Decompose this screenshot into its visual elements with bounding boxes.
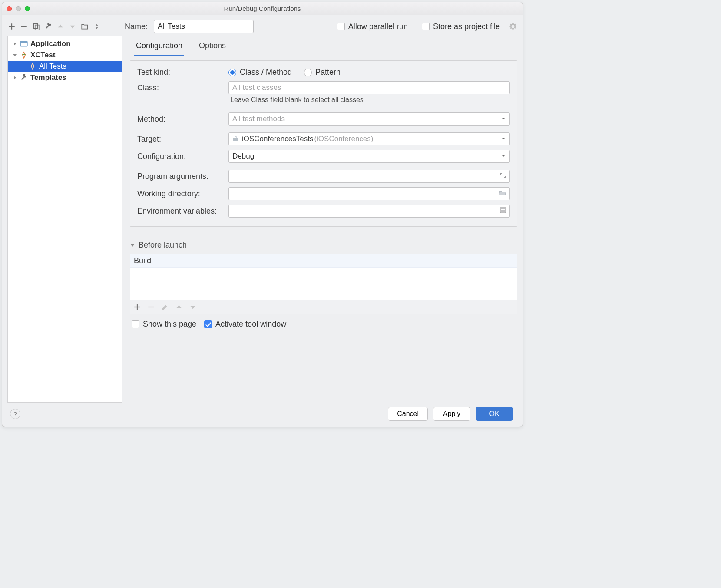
config-tree[interactable]: Application XCTest All Tests — [7, 36, 122, 403]
chevron-down-icon — [501, 115, 506, 123]
configuration-label: Configuration: — [137, 152, 224, 161]
remove-icon — [147, 303, 155, 311]
chevron-right-icon — [12, 42, 17, 46]
env-vars-label: Environment variables: — [137, 207, 224, 216]
radio-class-method[interactable]: Class / Method — [228, 68, 292, 77]
test-kind-label: Test kind: — [137, 68, 224, 77]
tab-configuration[interactable]: Configuration — [134, 39, 184, 56]
remove-icon[interactable] — [20, 22, 28, 31]
chevron-down-icon — [12, 53, 17, 57]
working-dir-label: Working directory: — [137, 189, 224, 198]
chevron-down-icon — [501, 135, 506, 143]
list-icon[interactable] — [500, 207, 506, 215]
before-launch-item[interactable]: Build — [130, 254, 517, 268]
expand-arrows-icon[interactable] — [93, 22, 101, 31]
before-launch-toolbar — [130, 300, 517, 314]
ok-button[interactable]: OK — [476, 407, 513, 421]
configuration-dropdown[interactable]: Debug — [228, 150, 510, 163]
program-args-label: Program arguments: — [137, 172, 224, 181]
env-vars-input[interactable] — [228, 205, 510, 218]
chevron-down-icon[interactable] — [130, 243, 135, 248]
chevron-right-icon — [12, 76, 17, 80]
wrench-icon[interactable] — [44, 22, 53, 31]
svg-rect-3 — [33, 23, 37, 28]
radio-pattern[interactable]: Pattern — [304, 68, 341, 77]
edit-icon — [161, 303, 169, 311]
class-helper: Leave Class field blank to select all cl… — [228, 95, 510, 106]
svg-rect-15 — [134, 307, 140, 307]
cancel-button[interactable]: Cancel — [388, 407, 428, 421]
allow-parallel-checkbox[interactable]: Allow parallel run — [337, 22, 408, 31]
show-this-page-checkbox[interactable]: Show this page — [132, 320, 196, 329]
tree-templates[interactable]: Templates — [8, 72, 122, 83]
method-label: Method: — [137, 115, 224, 124]
apply-button[interactable]: Apply — [433, 407, 470, 421]
folder-icon[interactable]: + — [80, 22, 89, 31]
move-up-icon — [175, 303, 183, 311]
class-label: Class: — [137, 83, 224, 92]
store-as-project-checkbox[interactable]: Store as project file — [422, 22, 500, 31]
suitcase-icon — [232, 135, 239, 142]
svg-rect-2 — [21, 26, 27, 27]
activate-tool-window-checkbox[interactable]: Activate tool window — [204, 320, 286, 329]
method-dropdown[interactable]: All test methods — [228, 112, 510, 126]
tree-xctest[interactable]: XCTest — [8, 50, 122, 61]
class-input[interactable] — [228, 81, 510, 94]
window-title: Run/Debug Configurations — [2, 5, 523, 12]
target-dropdown[interactable]: iOSConferencesTests (iOSConferences) — [228, 132, 510, 145]
titlebar: Run/Debug Configurations — [2, 2, 523, 15]
expand-icon[interactable] — [500, 172, 506, 181]
xctest-icon — [20, 51, 28, 59]
config-toolbar: + — [7, 22, 122, 31]
svg-rect-7 — [20, 41, 27, 43]
chevron-down-icon — [501, 152, 506, 161]
application-icon — [20, 40, 28, 48]
svg-rect-9 — [235, 137, 237, 138]
svg-text:+: + — [86, 25, 88, 30]
svg-rect-1 — [9, 26, 15, 27]
before-launch-label: Before launch — [139, 241, 187, 250]
copy-icon[interactable] — [32, 22, 40, 31]
move-down-icon — [189, 303, 197, 311]
gear-icon[interactable] — [509, 22, 517, 31]
tree-application[interactable]: Application — [8, 38, 122, 50]
wrench-icon — [20, 74, 28, 82]
tab-options[interactable]: Options — [197, 39, 228, 56]
add-icon[interactable] — [7, 22, 16, 31]
configuration-panel: Test kind: Class / Method Pattern Cla — [130, 60, 517, 227]
move-down-icon — [68, 22, 77, 31]
svg-rect-16 — [148, 307, 154, 307]
before-launch-list[interactable]: Build — [130, 254, 517, 300]
tabs: Configuration Options — [130, 36, 517, 56]
program-args-input[interactable] — [228, 170, 510, 183]
tree-all-tests[interactable]: All Tests — [8, 61, 122, 72]
svg-rect-4 — [35, 25, 39, 30]
xctest-icon — [29, 63, 36, 70]
name-input[interactable] — [154, 20, 254, 33]
dialog-window: Run/Debug Configurations — [2, 2, 523, 427]
target-label: Target: — [137, 135, 224, 144]
folder-open-icon[interactable] — [499, 189, 506, 198]
before-launch-section: Before launch Build — [130, 241, 517, 329]
add-icon[interactable] — [133, 303, 142, 311]
help-button[interactable]: ? — [10, 409, 20, 419]
move-up-icon — [56, 22, 65, 31]
working-dir-input[interactable] — [228, 187, 510, 200]
name-label: Name: — [125, 22, 148, 31]
